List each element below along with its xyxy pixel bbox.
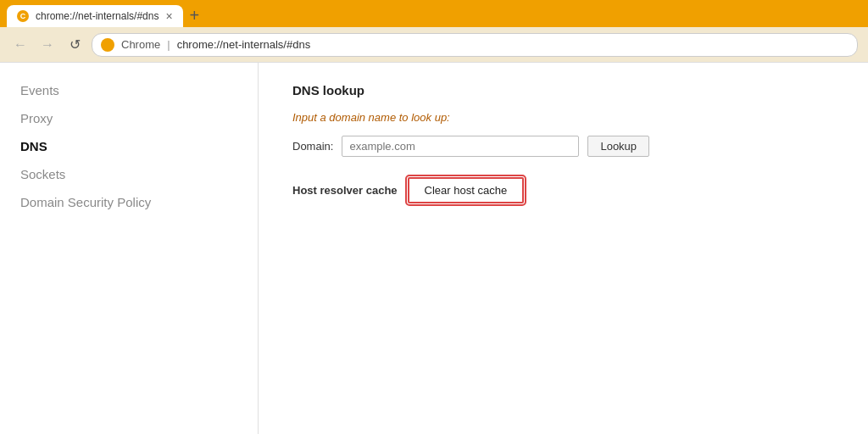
- new-tab-button[interactable]: +: [183, 7, 207, 24]
- browser-addressbar: ← → ↺ Chrome | chrome://net-internals/#d…: [0, 27, 868, 63]
- address-separator: |: [167, 38, 170, 51]
- sidebar-item-sockets[interactable]: Sockets: [0, 160, 258, 188]
- main-content: DNS lookup Input a domain name to look u…: [259, 63, 868, 434]
- site-icon: [101, 38, 114, 52]
- back-button[interactable]: ←: [10, 35, 31, 55]
- forward-button[interactable]: →: [37, 35, 58, 55]
- sidebar-item-proxy[interactable]: Proxy: [0, 104, 258, 132]
- domain-label: Domain:: [292, 140, 333, 153]
- tab-favicon: C: [17, 10, 29, 22]
- sidebar: Events Proxy DNS Sockets Domain Security…: [0, 63, 259, 434]
- tab-title: chrome://net-internals/#dns: [36, 10, 159, 22]
- address-url: chrome://net-internals/#dns: [177, 38, 311, 51]
- refresh-button[interactable]: ↺: [64, 35, 85, 55]
- sidebar-item-domain-security-policy[interactable]: Domain Security Policy: [0, 188, 258, 216]
- tab-close-button[interactable]: ×: [165, 10, 172, 22]
- active-tab[interactable]: C chrome://net-internals/#dns ×: [7, 5, 183, 27]
- address-bar[interactable]: Chrome | chrome://net-internals/#dns: [92, 33, 858, 57]
- chrome-label: Chrome: [121, 38, 160, 51]
- lookup-row: Domain: Lookup: [292, 136, 834, 157]
- page-layout: Events Proxy DNS Sockets Domain Security…: [0, 63, 868, 434]
- browser-titlebar: C chrome://net-internals/#dns × +: [0, 0, 868, 27]
- dns-lookup-description: Input a domain name to look up:: [292, 111, 834, 124]
- lookup-button[interactable]: Lookup: [587, 136, 649, 157]
- tab-bar: C chrome://net-internals/#dns × +: [7, 0, 206, 27]
- clear-host-cache-button[interactable]: Clear host cache: [408, 177, 525, 203]
- sidebar-item-dns[interactable]: DNS: [0, 132, 258, 160]
- cache-label: Host resolver cache: [292, 184, 398, 197]
- domain-input[interactable]: [342, 136, 579, 157]
- cache-row: Host resolver cache Clear host cache: [292, 177, 834, 203]
- sidebar-item-events[interactable]: Events: [0, 76, 258, 104]
- section-title: DNS lookup: [292, 83, 834, 97]
